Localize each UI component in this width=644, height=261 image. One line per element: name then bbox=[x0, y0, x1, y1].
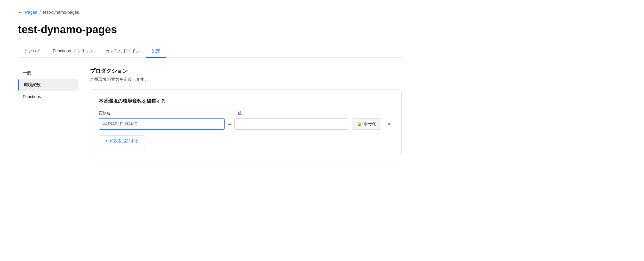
bottom-divider bbox=[90, 165, 402, 165]
tab-deploy[interactable]: デプロイ bbox=[18, 45, 47, 58]
page-wrapper: ← Pages / test-dynamo-pages test-dynamo-… bbox=[0, 0, 420, 174]
variable-name-input[interactable] bbox=[99, 118, 225, 130]
value-label: 値 bbox=[238, 110, 242, 116]
page-title: test-dynamo-pages bbox=[18, 23, 402, 36]
section-title: プロダクション bbox=[90, 67, 402, 75]
value-input[interactable] bbox=[234, 118, 348, 130]
plus-icon: + bbox=[105, 138, 108, 144]
tab-settings[interactable]: 設定 bbox=[146, 45, 166, 58]
tabs-container: デプロイ Functions メトリクス カスタム ドメイン 設定 bbox=[18, 45, 402, 58]
breadcrumb: ← Pages / test-dynamo-pages bbox=[18, 10, 402, 15]
main-content: プロダクション 本番環境の変数を定義します。 本番環境の環境変数を編集する 変数… bbox=[84, 67, 402, 165]
variable-name-label: 変数名 bbox=[99, 110, 225, 116]
add-variable-label: 変数を追加する bbox=[109, 138, 139, 144]
tab-custom-domain[interactable]: カスタム ドメイン bbox=[99, 45, 146, 58]
lock-icon: 🔒 bbox=[357, 122, 362, 126]
add-variable-button[interactable]: + 変数を追加する bbox=[99, 136, 145, 146]
sidebar-item-general[interactable]: 一般 bbox=[18, 67, 78, 79]
equals-sign: = bbox=[228, 121, 231, 127]
back-arrow-icon: ← bbox=[18, 10, 23, 15]
env-vars-card: 本番環境の環境変数を編集する 変数名 値 = 🔒 暗号化 × bbox=[90, 89, 402, 155]
card-title: 本番環境の環境変数を編集する bbox=[99, 98, 393, 104]
breadcrumb-separator: / bbox=[40, 10, 41, 15]
breadcrumb-link[interactable]: Pages bbox=[25, 10, 37, 15]
encrypt-button[interactable]: 🔒 暗号化 bbox=[352, 118, 381, 130]
breadcrumb-current: test-dynamo-pages bbox=[43, 10, 79, 15]
close-button[interactable]: × bbox=[385, 120, 393, 128]
sidebar-item-env-vars[interactable]: 環境変数 bbox=[18, 79, 78, 91]
content-area: 一般 環境変数 Functions プロダクション 本番環境の変数を定義します。… bbox=[18, 67, 402, 165]
tab-functions-metrics[interactable]: Functions メトリクス bbox=[47, 45, 99, 58]
sidebar-item-functions[interactable]: Functions bbox=[18, 91, 78, 102]
sidebar: 一般 環境変数 Functions bbox=[18, 67, 84, 165]
section-description: 本番環境の変数を定義します。 bbox=[90, 77, 402, 82]
encrypt-button-label: 暗号化 bbox=[364, 121, 376, 127]
form-labels: 変数名 値 bbox=[99, 110, 393, 116]
form-row: = 🔒 暗号化 × bbox=[99, 118, 393, 130]
